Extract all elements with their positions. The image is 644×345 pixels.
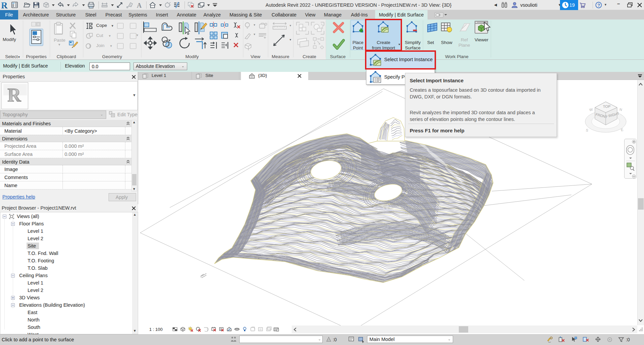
svg-text:?: ? <box>598 3 600 8</box>
svg-text:N: N <box>619 107 622 112</box>
svg-text:TOP: TOP <box>603 104 611 109</box>
svg-text:R: R <box>7 85 21 105</box>
svg-text:R: R <box>1 1 8 10</box>
svg-text:W: W <box>589 107 593 112</box>
svg-text:1: 1 <box>130 3 131 6</box>
svg-text:A: A <box>137 2 142 9</box>
svg-text:S: S <box>586 128 589 132</box>
svg-text:E: E <box>620 128 624 132</box>
